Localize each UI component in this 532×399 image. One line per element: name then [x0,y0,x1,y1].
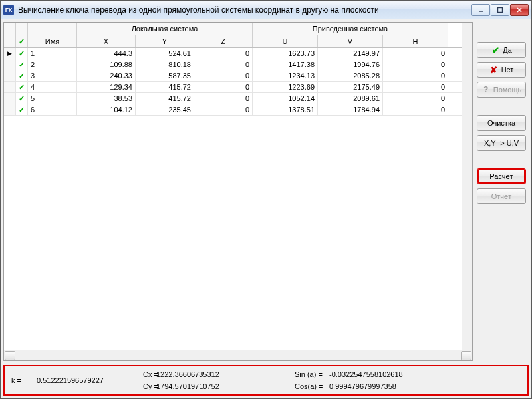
cell-name[interactable]: 5 [28,93,77,104]
scroll-right-button[interactable] [461,351,471,360]
cell-y[interactable]: 415.72 [136,93,194,104]
svg-rect-1 [498,7,503,12]
minimize-button[interactable] [471,4,490,16]
yes-button[interactable]: ✔ Да [477,42,526,58]
row-check[interactable]: ✓ [16,104,28,115]
col-name[interactable]: Имя [28,35,77,47]
cell-y[interactable]: 524.61 [136,48,194,59]
cell-x[interactable]: 38.53 [77,93,136,104]
col-z[interactable]: Z [194,35,253,47]
check-icon: ✓ [19,37,25,46]
cell-h[interactable]: 0 [383,59,448,70]
cell-u[interactable]: 1234.13 [253,70,318,81]
xy-to-uv-button[interactable]: X,Y -> U,V [477,135,526,151]
row-marker: ▶ [4,70,16,81]
data-grid[interactable]: Локальная система Приведенная система ✓ … [3,22,473,361]
cell-v[interactable]: 1784.94 [318,104,383,115]
cell-z[interactable]: 0 [194,104,253,115]
cell-h[interactable]: 0 [383,82,448,92]
cell-x[interactable]: 109.88 [77,59,136,70]
group-blank [28,23,77,35]
sin-value: -0.0322547558102618 [329,370,449,378]
k-label: k = [11,376,37,384]
cell-x[interactable]: 129.34 [77,82,136,92]
close-button[interactable] [510,4,529,16]
row-check[interactable]: ✓ [16,48,28,59]
grid-body[interactable]: ▶✓1444.3524.6101623.732149.970▶✓2109.888… [4,48,462,350]
cell-v[interactable]: 2175.49 [318,82,383,92]
cell-u[interactable]: 1623.73 [253,48,318,59]
cell-v[interactable]: 2085.28 [318,70,383,81]
col-y[interactable]: Y [136,35,194,47]
cell-v[interactable]: 2149.97 [318,48,383,59]
table-row[interactable]: ▶✓6104.12235.4501378.511784.940 [4,104,462,116]
app-window: ГК Вычисление ключа перевода из одной пр… [0,0,532,399]
cell-x[interactable]: 104.12 [77,104,136,115]
clear-button[interactable]: Очистка [477,115,526,131]
table-row[interactable]: ▶✓3240.33587.3501234.132085.280 [4,70,462,82]
table-row[interactable]: ▶✓1444.3524.6101623.732149.970 [4,48,462,59]
cell-h[interactable]: 0 [383,70,448,81]
cell-y[interactable]: 235.45 [136,104,194,115]
cell-name[interactable]: 3 [28,70,77,81]
cell-h[interactable]: 0 [383,93,448,104]
col-u[interactable]: U [253,35,318,47]
col-h[interactable]: H [383,35,448,47]
cell-v[interactable]: 1994.76 [318,59,383,70]
grid-vertical-scrollbar[interactable] [462,23,472,350]
cx-label: Cx = [143,370,156,378]
maximize-button[interactable] [491,4,509,16]
table-row[interactable]: ▶✓4129.34415.7201223.692175.490 [4,82,462,93]
cell-z[interactable]: 0 [194,59,253,70]
col-v[interactable]: V [318,35,383,47]
cell-h[interactable]: 0 [383,48,448,59]
cell-name[interactable]: 2 [28,59,77,70]
cell-x[interactable]: 240.33 [77,70,136,81]
row-check[interactable]: ✓ [16,70,28,81]
cell-z[interactable]: 0 [194,82,253,92]
cell-y[interactable]: 810.18 [136,59,194,70]
cell-u[interactable]: 1223.69 [253,82,318,92]
row-marker: ▶ [4,93,16,104]
cell-z[interactable]: 0 [194,70,253,81]
cell-x[interactable]: 444.3 [77,48,136,59]
cell-name[interactable]: 4 [28,82,77,92]
table-row[interactable]: ▶✓2109.88810.1801417.381994.760 [4,59,462,70]
cell-v[interactable]: 2089.61 [318,93,383,104]
col-marker[interactable] [4,35,16,47]
button-label: X,Y -> U,V [484,139,519,147]
cell-y[interactable]: 587.35 [136,70,194,81]
row-check[interactable]: ✓ [16,59,28,70]
group-local: Локальная система [77,23,253,35]
cell-y[interactable]: 415.72 [136,82,194,92]
scroll-left-button[interactable] [5,351,15,360]
help-button[interactable]: ? Помощь [477,82,526,98]
group-header-row: Локальная система Приведенная система [4,23,462,35]
cell-u[interactable]: 1052.14 [253,93,318,104]
report-button[interactable]: Отчёт [477,188,526,204]
col-x[interactable]: X [77,35,136,47]
grid-horizontal-scrollbar[interactable] [4,350,472,360]
cell-u[interactable]: 1378.51 [253,104,318,115]
calculate-button[interactable]: Расчёт [477,168,526,184]
cell-name[interactable]: 6 [28,104,77,115]
col-check[interactable]: ✓ [16,35,28,47]
row-check[interactable]: ✓ [16,82,28,92]
button-label: Да [503,46,512,54]
title-bar[interactable]: ГК Вычисление ключа перевода из одной пр… [1,1,531,19]
row-check[interactable]: ✓ [16,93,28,104]
cell-z[interactable]: 0 [194,48,253,59]
current-row-icon: ▶ [7,50,12,57]
cos-value: 0.999479679997358 [329,382,449,390]
cell-name[interactable]: 1 [28,48,77,59]
button-label: Помощь [493,86,522,94]
table-row[interactable]: ▶✓538.53415.7201052.142089.610 [4,93,462,104]
cell-u[interactable]: 1417.38 [253,59,318,70]
button-label: Очистка [487,119,515,127]
cos-label: Cos(a) = [295,382,329,390]
cell-z[interactable]: 0 [194,93,253,104]
no-button[interactable]: ✘ Нет [477,62,526,78]
cross-icon: ✘ [489,65,499,74]
help-icon: ? [481,85,491,94]
cell-h[interactable]: 0 [383,104,448,115]
